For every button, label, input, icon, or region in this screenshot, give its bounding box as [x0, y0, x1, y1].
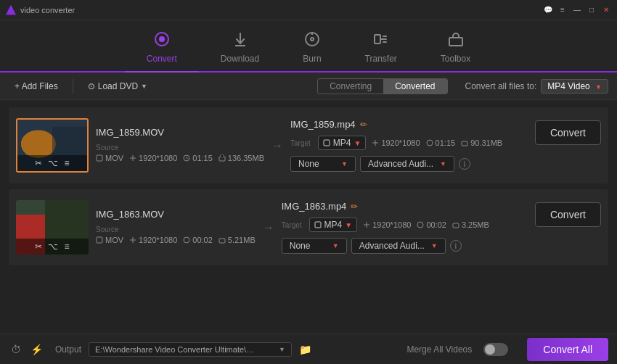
audio-dropdown[interactable]: Advanced Audi... ▼ — [360, 156, 454, 172]
target-meta: Target MP4 ▼ 1920*1080 01:15 90.31MB — [290, 136, 520, 150]
output-path-value: E:\Wondershare Video Converter Ultimate\… — [95, 345, 255, 354]
svg-point-4 — [311, 38, 314, 41]
add-files-button[interactable]: + Add Files — [9, 79, 64, 94]
nav-burn[interactable]: Burn — [281, 25, 343, 71]
target-section: IMG_1859.mp4 ✏ Target MP4 ▼ 1920*1080 01… — [290, 119, 520, 172]
tab-converted[interactable]: Converted — [383, 79, 446, 94]
audio-dropdown-arrow: ▼ — [431, 242, 438, 249]
nav-download-label: Download — [221, 54, 259, 64]
convert-all-button[interactable]: Convert All — [527, 338, 608, 361]
target-filename: IMG_1863.mp4 ✏ — [282, 201, 520, 212]
source-filename: IMG_1863.MOV — [96, 209, 256, 220]
nav-toolbox[interactable]: Toolbox — [419, 25, 492, 71]
source-label-2: Source — [96, 226, 119, 233]
tab-converting[interactable]: Converting — [318, 79, 383, 94]
cut-icon[interactable]: ✂ — [35, 241, 42, 252]
flash-icon[interactable]: ⚡ — [29, 342, 44, 357]
audio-dropdown-arrow: ▼ — [440, 160, 446, 167]
target-label: Target — [282, 221, 302, 229]
adjust-icon[interactable]: ≡ — [64, 241, 69, 252]
clock-icon[interactable]: ⏱ — [9, 342, 23, 357]
merge-label: Merge All Videos — [406, 344, 472, 355]
nav-convert[interactable]: Convert — [125, 25, 199, 71]
svg-rect-6 — [375, 35, 380, 44]
nav-download[interactable]: Download — [199, 25, 281, 71]
svg-rect-11 — [324, 140, 330, 146]
maximize-button[interactable]: □ — [587, 5, 597, 15]
target-label: Target — [290, 139, 311, 147]
subtitle-dropdown[interactable]: None ▼ — [290, 156, 356, 172]
file-thumbnail: ✂ ⌥ ≡ — [16, 200, 89, 255]
nav-transfer[interactable]: Transfer — [343, 25, 419, 71]
format-select[interactable]: MP4 Video ▼ — [541, 79, 608, 94]
format-value: MP4 Video — [547, 81, 589, 91]
title-bar: video converter 💬 ≡ — □ ✕ — [0, 0, 617, 20]
output-label: Output — [55, 344, 81, 355]
target-format-dropdown[interactable]: MP4 ▼ — [309, 218, 358, 232]
info-icon[interactable]: i — [450, 240, 462, 252]
audio-dropdown[interactable]: Advanced Audi... ▼ — [351, 238, 446, 254]
bottom-bar: ⏱ ⚡ Output E:\Wondershare Video Converte… — [0, 334, 617, 364]
convert-button[interactable]: Convert — [535, 202, 601, 227]
target-filename: IMG_1859.mp4 ✏ — [290, 119, 520, 130]
nav-toolbox-label: Toolbox — [441, 54, 470, 64]
edit-filename-icon[interactable]: ✏ — [351, 202, 358, 212]
app-logo-icon — [6, 5, 16, 15]
info-icon[interactable]: i — [459, 158, 470, 170]
adjust-icon[interactable]: ≡ — [64, 158, 69, 168]
format-dropdown-arrow: ▼ — [345, 221, 352, 229]
subtitle-dropdown-arrow: ▼ — [341, 160, 348, 167]
target-resolution: 1920*1080 — [372, 138, 420, 147]
subtitle-dropdown[interactable]: None ▼ — [282, 238, 347, 254]
load-dvd-icon: ⊙ — [88, 81, 95, 91]
target-section: IMG_1863.mp4 ✏ Target MP4 ▼ 1920*1080 00… — [282, 201, 520, 254]
open-folder-icon[interactable]: 📁 — [299, 344, 311, 355]
burn-nav-icon — [304, 31, 320, 51]
cut-icon[interactable]: ✂ — [35, 158, 42, 168]
svg-rect-16 — [219, 239, 225, 243]
source-duration: 00:02 — [183, 236, 213, 244]
nav-burn-label: Burn — [303, 54, 321, 64]
svg-rect-14 — [97, 237, 102, 243]
toolbox-nav-icon — [448, 31, 464, 51]
target-meta: Target MP4 ▼ 1920*1080 00:02 3.25MB — [282, 218, 520, 232]
format-dropdown-arrow: ▼ — [354, 139, 361, 147]
svg-rect-8 — [97, 155, 102, 161]
trim-icon[interactable]: ⌥ — [48, 241, 58, 252]
nav-bar: Convert Download Burn Tran — [0, 20, 617, 73]
merge-toggle[interactable] — [483, 343, 508, 356]
tab-group: Converting Converted — [317, 78, 447, 94]
menu-icon[interactable]: ≡ — [557, 5, 568, 15]
source-format: MOV — [96, 236, 123, 244]
source-resolution: 1920*1080 — [129, 236, 177, 244]
file-item: ✂ ⌥ ≡ IMG_1863.MOV Source MOV 1920*1080 — [9, 189, 608, 265]
svg-point-18 — [417, 222, 423, 228]
target-format-dropdown[interactable]: MP4 ▼ — [318, 136, 367, 150]
convert-all-to-label: Convert all files to: — [465, 81, 537, 91]
download-nav-icon — [232, 31, 248, 51]
output-path-arrow: ▼ — [279, 346, 285, 353]
output-path[interactable]: E:\Wondershare Video Converter Ultimate\… — [89, 342, 292, 357]
source-resolution: 1920*1080 — [129, 154, 177, 162]
svg-rect-13 — [462, 141, 467, 146]
target-duration: 01:15 — [426, 138, 456, 147]
thumb-tools: ✂ ⌥ ≡ — [17, 155, 87, 171]
close-button[interactable]: ✕ — [601, 5, 611, 15]
trim-icon[interactable]: ⌥ — [48, 158, 58, 168]
arrow-icon: → — [263, 221, 274, 234]
svg-rect-7 — [449, 38, 462, 46]
target-bottom: None ▼ Advanced Audi... ▼ i — [282, 238, 520, 254]
source-size: 5.21MB — [218, 236, 256, 244]
minimize-button[interactable]: — — [572, 5, 582, 15]
load-dvd-chevron: ▼ — [141, 83, 147, 90]
svg-point-15 — [184, 237, 189, 243]
edit-filename-icon[interactable]: ✏ — [360, 120, 367, 130]
convert-button[interactable]: Convert — [535, 120, 601, 145]
load-dvd-button[interactable]: ⊙ Load DVD ▼ — [82, 79, 153, 94]
svg-point-12 — [427, 140, 433, 146]
source-size: 136.35MB — [218, 154, 264, 162]
svg-rect-10 — [219, 157, 225, 161]
source-label-1: Source — [96, 144, 119, 152]
chat-icon[interactable]: 💬 — [543, 5, 553, 15]
target-bottom: None ▼ Advanced Audi... ▼ i — [290, 156, 520, 172]
